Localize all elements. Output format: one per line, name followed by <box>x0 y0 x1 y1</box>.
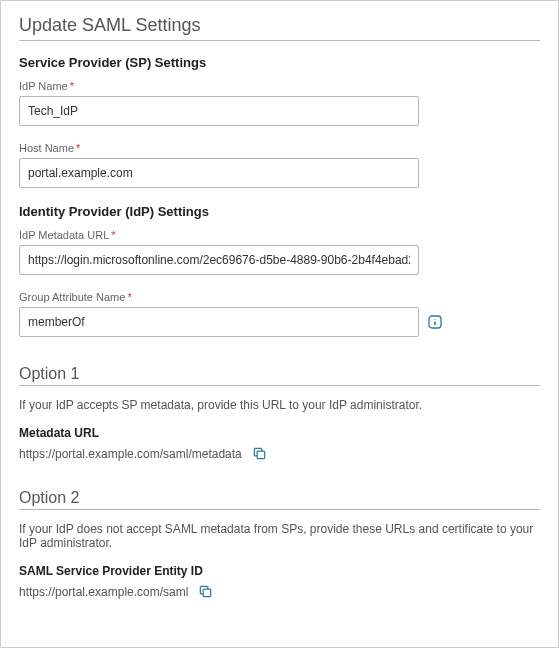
idp-metadata-url-input[interactable] <box>19 245 419 275</box>
option-1-description: If your IdP accepts SP metadata, provide… <box>19 398 540 412</box>
group-attribute-label: Group Attribute Name* <box>19 291 540 303</box>
host-name-label: Host Name* <box>19 142 540 154</box>
svg-rect-3 <box>257 451 265 459</box>
option-2-description: If your IdP does not accept SAML metadat… <box>19 522 540 550</box>
option-1-heading: Option 1 <box>19 365 540 386</box>
idp-name-field: IdP Name* <box>19 80 540 126</box>
page-title: Update SAML Settings <box>19 15 540 41</box>
group-attribute-input[interactable] <box>19 307 419 337</box>
idp-metadata-url-field: IdP Metadata URL* <box>19 229 540 275</box>
required-asterisk: * <box>70 80 74 92</box>
idp-name-input[interactable] <box>19 96 419 126</box>
required-asterisk: * <box>127 291 131 303</box>
host-name-field: Host Name* <box>19 142 540 188</box>
entity-id-label: SAML Service Provider Entity ID <box>19 564 540 578</box>
metadata-url-value: https://portal.example.com/saml/metadata <box>19 447 242 461</box>
metadata-url-label: Metadata URL <box>19 426 540 440</box>
host-name-input[interactable] <box>19 158 419 188</box>
entity-id-value: https://portal.example.com/saml <box>19 585 188 599</box>
idp-settings-heading: Identity Provider (IdP) Settings <box>19 204 540 219</box>
copy-icon[interactable] <box>198 584 213 599</box>
required-asterisk: * <box>76 142 80 154</box>
group-attribute-field: Group Attribute Name* <box>19 291 540 337</box>
idp-metadata-url-label: IdP Metadata URL* <box>19 229 540 241</box>
idp-name-label: IdP Name* <box>19 80 540 92</box>
required-asterisk: * <box>111 229 115 241</box>
copy-icon[interactable] <box>252 446 267 461</box>
info-icon[interactable] <box>427 314 443 330</box>
svg-rect-4 <box>204 589 212 597</box>
option-2-heading: Option 2 <box>19 489 540 510</box>
sp-settings-heading: Service Provider (SP) Settings <box>19 55 540 70</box>
